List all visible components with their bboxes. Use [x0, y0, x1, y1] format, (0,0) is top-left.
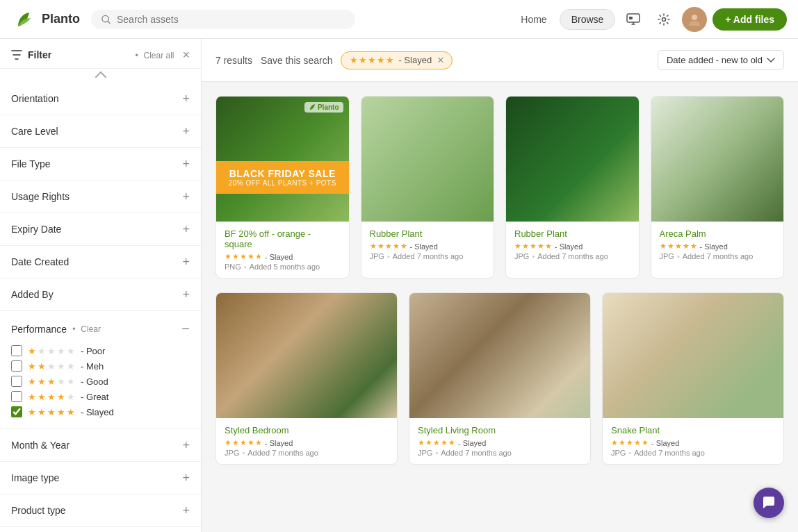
dot-sep-card-7: •	[628, 449, 631, 457]
card-star-card-6-2: ★	[425, 438, 432, 447]
card-added-card-2: Added 7 months ago	[393, 252, 464, 260]
logo[interactable]: Planto	[11, 7, 80, 32]
image-card-card-7[interactable]: Snake Plant ★★★★★ - Slayed JPG • Added 7…	[602, 292, 784, 465]
card-added-card-1: Added 5 months ago	[250, 263, 320, 271]
clear-all-btn[interactable]: • Clear all	[135, 49, 174, 60]
image-card-thumb-card-7	[603, 293, 783, 418]
star-good-2: ★	[38, 376, 46, 387]
image-card-card-1[interactable]: BLACK FRIDAY SALE 20% OFF ALL PLANTS + P…	[215, 96, 350, 279]
filter-item-header-agreement[interactable]: Agreement +	[0, 527, 201, 532]
performance-collapse-icon[interactable]: −	[181, 321, 190, 337]
card-stars-card-2: ★★★★★	[370, 242, 407, 251]
card-star-card-1-3: ★	[240, 252, 247, 261]
sort-dropdown[interactable]: Date added - new to old	[658, 50, 784, 70]
upload-icon-btn[interactable]	[621, 7, 646, 32]
filter-toggle-care-level[interactable]: +	[182, 125, 190, 138]
add-files-button[interactable]: + Add files	[712, 8, 787, 31]
filter-toggle-file-type[interactable]: +	[182, 158, 190, 170]
card-rating-label-card-6: - Slayed	[458, 439, 486, 447]
card-added-card-3: Added 7 months ago	[537, 252, 608, 260]
dot-sep-card-4: •	[677, 252, 680, 260]
image-card-title-card-6: Styled Living Room	[418, 425, 582, 435]
filter-item-header-file-type[interactable]: File Type +	[0, 148, 201, 180]
filter-item-header-usage-rights[interactable]: Usage Rights +	[0, 181, 201, 213]
star-meh-4: ★	[57, 361, 65, 372]
search-bar[interactable]	[91, 10, 355, 29]
card-filetype-card-3: JPG	[514, 252, 529, 260]
image-card-card-3[interactable]: Rubber Plant ★★★★★ - Slayed JPG • Added …	[505, 96, 640, 279]
filter-item-header-added-by[interactable]: Added By +	[0, 279, 201, 310]
card-star-card-1-4: ★	[247, 252, 254, 261]
perf-checkbox-meh[interactable]	[11, 360, 22, 372]
card-filetype-card-5: JPG	[225, 449, 239, 457]
filter-label-expiry-date: Expiry Date	[11, 224, 61, 235]
perf-checkbox-great[interactable]	[11, 391, 22, 402]
avatar[interactable]	[682, 7, 707, 32]
filter-label-care-level: Care Level	[11, 126, 58, 137]
card-star-card-7-2: ★	[619, 438, 626, 447]
filter-star-4: ★	[377, 55, 385, 65]
dot-separator: •	[135, 51, 138, 60]
image-card-meta-card-7: ★★★★★ - Slayed	[611, 438, 775, 447]
card-stars-card-3: ★★★★★	[514, 242, 552, 251]
filter-item-header-date-created[interactable]: Date Created +	[0, 246, 201, 278]
filter-toggle-usage-rights[interactable]: +	[182, 190, 190, 203]
filter-tag-remove[interactable]: ×	[437, 55, 443, 66]
chat-widget[interactable]	[754, 488, 784, 518]
filter-item-header-month-year[interactable]: Month & Year +	[0, 429, 201, 461]
perf-option-poor: ★★★★★ - Poor	[11, 345, 190, 356]
card-filetype-card-1: PNG	[225, 263, 241, 271]
image-card-title-card-3: Rubber Plant	[514, 228, 630, 239]
star-poor-5: ★	[67, 346, 75, 356]
filter-item-header-orientation[interactable]: Orientation +	[0, 83, 201, 115]
chat-icon	[761, 495, 776, 510]
filter-toggle-added-by[interactable]: +	[182, 288, 190, 301]
settings-icon-btn[interactable]	[651, 7, 676, 32]
filter-toggle-image-type[interactable]: +	[182, 472, 190, 484]
filter-item-header-image-type[interactable]: Image type +	[0, 462, 201, 494]
main-content: 7 results Save this search ★ ★ ★ ★ ★ - S…	[202, 39, 798, 532]
image-card-card-5[interactable]: Styled Bedroom ★★★★★ - Slayed JPG • Adde…	[215, 292, 398, 465]
filter-toggle-orientation[interactable]: +	[182, 92, 190, 105]
card-star-card-4-2: ★	[667, 242, 674, 251]
filter-item-header-care-level[interactable]: Care Level +	[0, 115, 201, 147]
image-card-card-6[interactable]: Styled Living Room ★★★★★ - Slayed JPG • …	[409, 292, 591, 465]
star-great-1: ★	[28, 392, 36, 402]
logo-icon	[11, 7, 36, 32]
logo-text: Planto	[42, 12, 80, 26]
filter-toggle-month-year[interactable]: +	[182, 439, 190, 451]
perf-label-good: - Good	[81, 376, 108, 387]
nav-browse[interactable]: Browse	[560, 9, 616, 30]
sidebar-close-button[interactable]: ×	[182, 49, 190, 61]
card-stars-card-1: ★★★★★	[225, 252, 262, 261]
image-card-meta-card-2: ★★★★★ - Slayed	[370, 242, 486, 251]
perf-checkbox-poor[interactable]	[11, 345, 22, 356]
image-card-filemeta-card-2: JPG • Added 7 months ago	[370, 252, 486, 260]
image-card-card-2[interactable]: Rubber Plant ★★★★★ - Slayed JPG • Added …	[361, 96, 495, 279]
image-card-meta-card-6: ★★★★★ - Slayed	[418, 438, 582, 447]
image-card-card-4[interactable]: Areca Palm ★★★★★ - Slayed JPG • Added 7 …	[651, 96, 785, 279]
clear-all-label[interactable]: Clear all	[143, 51, 174, 60]
filter-item-header-product-type[interactable]: Product type +	[0, 494, 201, 526]
performance-clear-link[interactable]: Clear	[81, 324, 101, 334]
save-search-link[interactable]: Save this search	[261, 55, 333, 66]
filter-item-header-expiry-date[interactable]: Expiry Date +	[0, 213, 201, 245]
nav-home[interactable]: Home	[514, 10, 553, 29]
search-input[interactable]	[117, 14, 345, 25]
avatar-icon	[687, 12, 702, 27]
gear-icon	[657, 13, 671, 26]
perf-checkbox-good[interactable]	[11, 376, 22, 387]
filter-icon	[11, 50, 22, 60]
image-card-filemeta-card-5: JPG • Added 7 months ago	[225, 449, 389, 457]
image-card-meta-card-1: ★★★★★ - Slayed	[225, 252, 341, 261]
filter-toggle-product-type[interactable]: +	[182, 504, 190, 517]
performance-section: Performance • Clear − ★★★★★ - Poor ★★★★★…	[0, 311, 201, 429]
filter-item-file-type: File Type +	[0, 148, 201, 181]
image-card-thumb-card-1: BLACK FRIDAY SALE 20% OFF ALL PLANTS + P…	[216, 97, 349, 222]
filter-toggle-expiry-date[interactable]: +	[182, 223, 190, 235]
image-card-info-card-4: Areca Palm ★★★★★ - Slayed JPG • Added 7 …	[651, 222, 784, 267]
active-filter-tag: ★ ★ ★ ★ ★ - Slayed ×	[341, 51, 453, 69]
perf-checkbox-slayed[interactable]	[11, 406, 22, 417]
star-slayed-5: ★	[67, 407, 75, 417]
filter-toggle-date-created[interactable]: +	[182, 256, 190, 268]
